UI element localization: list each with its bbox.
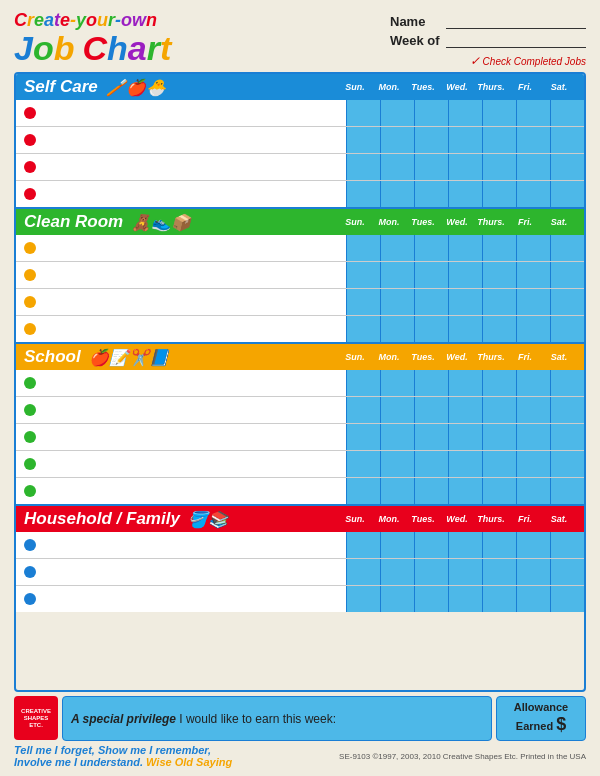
- day-cell[interactable]: [550, 181, 584, 207]
- day-cell[interactable]: [346, 154, 380, 180]
- day-cell[interactable]: [414, 154, 448, 180]
- day-cell[interactable]: [346, 316, 380, 342]
- day-cell[interactable]: [482, 559, 516, 585]
- day-cell[interactable]: [516, 316, 550, 342]
- day-cell[interactable]: [482, 154, 516, 180]
- day-cell[interactable]: [550, 127, 584, 153]
- day-cell[interactable]: [516, 100, 550, 126]
- day-cell[interactable]: [516, 478, 550, 504]
- day-cell[interactable]: [516, 451, 550, 477]
- day-cell[interactable]: [414, 370, 448, 396]
- day-cell[interactable]: [482, 370, 516, 396]
- day-cell[interactable]: [482, 424, 516, 450]
- day-cell[interactable]: [346, 559, 380, 585]
- day-cell[interactable]: [516, 370, 550, 396]
- day-cell[interactable]: [482, 532, 516, 558]
- day-cell[interactable]: [380, 100, 414, 126]
- day-cell[interactable]: [414, 262, 448, 288]
- day-cell[interactable]: [550, 316, 584, 342]
- day-cell[interactable]: [380, 181, 414, 207]
- day-cell[interactable]: [380, 586, 414, 612]
- day-cell[interactable]: [482, 181, 516, 207]
- day-cell[interactable]: [448, 424, 482, 450]
- day-cell[interactable]: [550, 478, 584, 504]
- day-cell[interactable]: [448, 586, 482, 612]
- day-cell[interactable]: [550, 424, 584, 450]
- day-cell[interactable]: [380, 478, 414, 504]
- day-cell[interactable]: [482, 586, 516, 612]
- day-cell[interactable]: [482, 316, 516, 342]
- day-cell[interactable]: [448, 451, 482, 477]
- day-cell[interactable]: [346, 100, 380, 126]
- day-cell[interactable]: [448, 154, 482, 180]
- day-cell[interactable]: [482, 397, 516, 423]
- day-cell[interactable]: [414, 478, 448, 504]
- day-cell[interactable]: [346, 289, 380, 315]
- day-cell[interactable]: [414, 424, 448, 450]
- day-cell[interactable]: [482, 478, 516, 504]
- day-cell[interactable]: [448, 181, 482, 207]
- day-cell[interactable]: [550, 451, 584, 477]
- day-cell[interactable]: [380, 424, 414, 450]
- day-cell[interactable]: [550, 235, 584, 261]
- day-cell[interactable]: [516, 397, 550, 423]
- day-cell[interactable]: [414, 100, 448, 126]
- day-cell[interactable]: [414, 127, 448, 153]
- day-cell[interactable]: [380, 262, 414, 288]
- day-cell[interactable]: [516, 127, 550, 153]
- day-cell[interactable]: [550, 559, 584, 585]
- day-cell[interactable]: [448, 370, 482, 396]
- day-cell[interactable]: [448, 100, 482, 126]
- day-cell[interactable]: [550, 397, 584, 423]
- day-cell[interactable]: [414, 235, 448, 261]
- day-cell[interactable]: [516, 559, 550, 585]
- day-cell[interactable]: [380, 154, 414, 180]
- day-cell[interactable]: [346, 370, 380, 396]
- day-cell[interactable]: [346, 262, 380, 288]
- day-cell[interactable]: [380, 235, 414, 261]
- day-cell[interactable]: [380, 397, 414, 423]
- day-cell[interactable]: [380, 127, 414, 153]
- day-cell[interactable]: [414, 181, 448, 207]
- day-cell[interactable]: [346, 397, 380, 423]
- day-cell[interactable]: [550, 532, 584, 558]
- day-cell[interactable]: [550, 100, 584, 126]
- day-cell[interactable]: [414, 289, 448, 315]
- day-cell[interactable]: [448, 532, 482, 558]
- day-cell[interactable]: [482, 289, 516, 315]
- day-cell[interactable]: [550, 586, 584, 612]
- day-cell[interactable]: [516, 289, 550, 315]
- day-cell[interactable]: [346, 181, 380, 207]
- day-cell[interactable]: [448, 316, 482, 342]
- day-cell[interactable]: [346, 532, 380, 558]
- day-cell[interactable]: [482, 262, 516, 288]
- day-cell[interactable]: [482, 127, 516, 153]
- day-cell[interactable]: [380, 289, 414, 315]
- day-cell[interactable]: [414, 397, 448, 423]
- day-cell[interactable]: [448, 262, 482, 288]
- day-cell[interactable]: [380, 316, 414, 342]
- day-cell[interactable]: [414, 316, 448, 342]
- day-cell[interactable]: [346, 451, 380, 477]
- day-cell[interactable]: [414, 451, 448, 477]
- day-cell[interactable]: [516, 424, 550, 450]
- day-cell[interactable]: [414, 559, 448, 585]
- day-cell[interactable]: [482, 235, 516, 261]
- day-cell[interactable]: [550, 262, 584, 288]
- day-cell[interactable]: [516, 235, 550, 261]
- day-cell[interactable]: [516, 262, 550, 288]
- day-cell[interactable]: [516, 586, 550, 612]
- day-cell[interactable]: [380, 451, 414, 477]
- day-cell[interactable]: [380, 370, 414, 396]
- day-cell[interactable]: [414, 586, 448, 612]
- day-cell[interactable]: [482, 451, 516, 477]
- day-cell[interactable]: [346, 235, 380, 261]
- day-cell[interactable]: [448, 127, 482, 153]
- day-cell[interactable]: [380, 532, 414, 558]
- day-cell[interactable]: [550, 154, 584, 180]
- day-cell[interactable]: [448, 397, 482, 423]
- day-cell[interactable]: [448, 559, 482, 585]
- day-cell[interactable]: [346, 586, 380, 612]
- day-cell[interactable]: [414, 532, 448, 558]
- day-cell[interactable]: [516, 154, 550, 180]
